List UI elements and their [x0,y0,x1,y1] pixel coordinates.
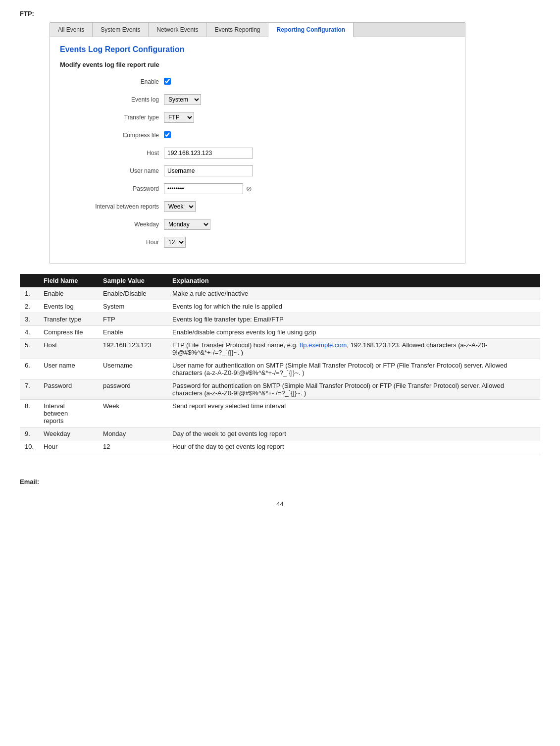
cell-field: Password [39,379,98,400]
cell-sample: Monday [98,427,167,440]
section-label: Modify events log file report rule [60,61,455,68]
hour-control: 0123 4567 891011 12131415 16171819 20212… [164,237,186,248]
cell-explanation: Events log for which the rule is applied [167,300,540,313]
table-row: 4.Compress fileEnableEnable/disable comp… [20,326,540,339]
cell-explanation: Send report every selected time interval [167,400,540,427]
enable-row: Enable [60,75,455,88]
compress-file-row: Compress file [60,129,455,142]
table-row: 1.EnableEnable/DisableMake a rule active… [20,287,540,300]
table-row: 10.Hour12Hour of the day to get events l… [20,440,540,453]
cell-field: Compress file [39,326,98,339]
events-log-label: Events log [60,96,164,103]
password-control: ⊘ [164,183,252,194]
cell-explanation: Events log file transfer type: Email/FTP [167,313,540,326]
col-num [20,274,39,287]
username-label: User name [60,167,164,174]
ftp-link[interactable]: ftp.exemple.com [300,341,347,349]
table-header-row: Field Name Sample Value Explanation [20,274,540,287]
compress-file-label: Compress file [60,132,164,139]
table-row: 8.Interval between reportsWeekSend repor… [20,400,540,427]
interval-label: Interval between reports [60,203,164,210]
password-row: Password ⊘ [60,182,455,195]
tab-bar: All Events System Events Network Events … [50,23,465,37]
transfer-type-control: FTP Email [164,112,194,123]
cell-sample: Username [98,359,167,379]
cell-explanation: Password for authentication on SMTP (Sim… [167,379,540,400]
tab-reporting-config[interactable]: Reporting Configuration [268,23,354,37]
col-field: Field Name [39,274,98,287]
events-log-control: System Network All [164,94,201,105]
table-row: 6.User nameUsernameUser name for authent… [20,359,540,379]
tab-content: Events Log Report Configuration Modify e… [50,37,465,264]
cell-field: Weekday [39,427,98,440]
interval-select[interactable]: Week Day Month [164,201,196,212]
hour-label: Hour [60,239,164,246]
cell-num: 7. [20,379,39,400]
tab-events-reporting[interactable]: Events Reporting [206,23,268,37]
cell-field: Host [39,339,98,359]
cell-num: 9. [20,427,39,440]
tab-network-events[interactable]: Network Events [149,23,206,37]
cell-sample: Enable [98,326,167,339]
cell-field: Enable [39,287,98,300]
compress-checkbox[interactable] [164,131,171,138]
host-input[interactable] [164,148,253,159]
field-table: Field Name Sample Value Explanation 1.En… [20,274,540,453]
cell-field: Hour [39,440,98,453]
ftp-section-label: FTP: [20,10,540,17]
cell-field: Interval between reports [39,400,98,427]
weekday-select[interactable]: Monday Tuesday Wednesday Thursday Friday… [164,219,210,230]
cell-sample: Week [98,400,167,427]
cell-sample: 12 [98,440,167,453]
tab-all-events[interactable]: All Events [50,23,93,37]
weekday-row: Weekday Monday Tuesday Wednesday Thursda… [60,218,455,231]
cell-explanation: Make a rule active/inactive [167,287,540,300]
cell-field: Events log [39,300,98,313]
table-row: 7.PasswordpasswordPassword for authentic… [20,379,540,400]
cell-num: 10. [20,440,39,453]
cell-num: 6. [20,359,39,379]
cell-explanation: Enable/disable compress events log file … [167,326,540,339]
enable-checkbox[interactable] [164,78,171,85]
host-label: Host [60,150,164,157]
cell-num: 4. [20,326,39,339]
email-section-label: Email: [20,478,540,485]
password-label: Password [60,185,164,192]
weekday-label: Weekday [60,221,164,228]
table-row: 2.Events logSystemEvents log for which t… [20,300,540,313]
username-row: User name [60,164,455,177]
cell-explanation: Hour of the day to get events log report [167,440,540,453]
host-control [164,148,253,159]
enable-control [164,78,171,86]
cell-field: Transfer type [39,313,98,326]
compress-file-control [164,131,171,140]
cell-explanation: User name for authentication on SMTP (Si… [167,359,540,379]
interval-row: Interval between reports Week Day Month [60,200,455,213]
cell-sample: Enable/Disable [98,287,167,300]
enable-label: Enable [60,78,164,85]
hour-row: Hour 0123 4567 891011 12131415 16171819 … [60,236,455,249]
events-log-select[interactable]: System Network All [164,94,201,105]
transfer-type-label: Transfer type [60,114,164,121]
toggle-password-icon[interactable]: ⊘ [246,185,252,193]
username-control [164,165,253,176]
table-row: 5.Host192.168.123.123FTP (File Transfer … [20,339,540,359]
cell-num: 2. [20,300,39,313]
hour-select[interactable]: 0123 4567 891011 12131415 16171819 20212… [164,237,186,248]
cell-sample: 192.168.123.123 [98,339,167,359]
cell-sample: password [98,379,167,400]
password-input[interactable] [164,183,243,194]
cell-num: 1. [20,287,39,300]
transfer-type-select[interactable]: FTP Email [164,112,194,123]
cell-sample: FTP [98,313,167,326]
cell-num: 5. [20,339,39,359]
page-number: 44 [20,500,540,508]
username-input[interactable] [164,165,253,176]
cell-num: 8. [20,400,39,427]
col-explanation: Explanation [167,274,540,287]
cell-explanation: Day of the week to get events log report [167,427,540,440]
tab-system-events[interactable]: System Events [93,23,149,37]
weekday-control: Monday Tuesday Wednesday Thursday Friday… [164,219,210,230]
table-row: 9.WeekdayMondayDay of the week to get ev… [20,427,540,440]
interval-control: Week Day Month [164,201,196,212]
